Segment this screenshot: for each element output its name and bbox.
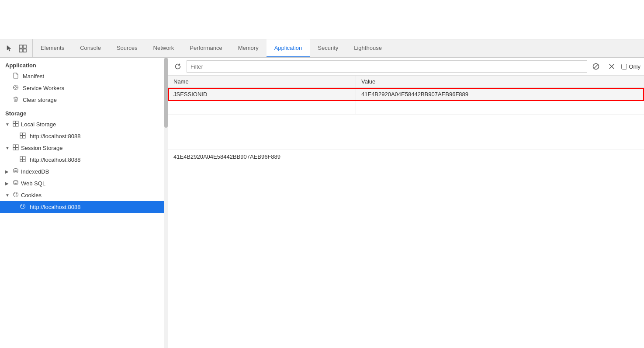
selected-value-display: 41E4B2920A04E58442BB907AEB96F889: [168, 150, 644, 164]
table-header-value: Value: [356, 76, 644, 87]
web-sql-label: Web SQL: [21, 180, 45, 187]
sidebar-item-cookies-localhost[interactable]: http://localhost:8088: [0, 201, 168, 213]
web-sql-arrow: [5, 181, 10, 186]
tab-bar: Elements Console Sources Network Perform…: [0, 39, 644, 58]
svg-point-32: [16, 195, 17, 195]
svg-point-5: [15, 87, 17, 88]
top-area: [0, 0, 644, 39]
svg-line-39: [594, 64, 598, 69]
tab-network[interactable]: Network: [145, 39, 182, 57]
session-storage-arrow: [5, 146, 10, 150]
svg-point-34: [21, 205, 22, 206]
sidebar-item-service-workers[interactable]: Service Workers: [0, 82, 168, 94]
sidebar-section-storage: Storage: [0, 106, 168, 118]
svg-rect-0: [19, 45, 22, 48]
devtools-icons: [0, 39, 33, 57]
only-filter-checkbox[interactable]: [621, 64, 627, 70]
table-header: Name Value: [168, 76, 644, 88]
only-filter-label[interactable]: Only: [621, 63, 641, 70]
refresh-button[interactable]: [172, 60, 184, 73]
svg-rect-14: [20, 133, 23, 136]
content-panel: Only Name Value JSESSIONID 41E4B2920A04E…: [168, 58, 644, 348]
filter-actions: Only: [590, 60, 641, 73]
main-content: Application Manifest: [0, 58, 644, 348]
sidebar-item-manifest-label: Manifest: [23, 73, 44, 80]
svg-rect-11: [16, 121, 19, 124]
session-storage-icon: [12, 144, 19, 152]
filter-input[interactable]: [187, 60, 587, 73]
svg-rect-2: [19, 49, 22, 52]
web-sql-icon: [12, 180, 19, 187]
tab-performance[interactable]: Performance: [182, 39, 230, 57]
svg-point-31: [15, 195, 16, 196]
svg-rect-24: [20, 160, 23, 162]
svg-rect-17: [23, 136, 26, 139]
cookies-icon: [12, 191, 19, 199]
sidebar-item-web-sql[interactable]: Web SQL: [0, 177, 168, 189]
sidebar-scrollbar-track[interactable]: [164, 58, 168, 348]
svg-point-33: [21, 204, 25, 209]
cookies-localhost-label: http://localhost:8088: [30, 204, 80, 210]
svg-point-28: [14, 192, 18, 197]
filter-clear-button[interactable]: [606, 60, 618, 73]
session-storage-label: Session Storage: [21, 145, 62, 151]
local-storage-localhost-icon: [19, 132, 26, 140]
svg-rect-12: [13, 124, 16, 127]
filter-bar: Only: [168, 58, 644, 76]
sidebar-item-session-storage-localhost[interactable]: http://localhost:8088: [0, 154, 168, 166]
table-header-name: Name: [168, 76, 356, 87]
tab-sources[interactable]: Sources: [109, 39, 145, 57]
cookies-arrow: [5, 193, 10, 198]
only-filter-text: Only: [629, 63, 641, 70]
sidebar-item-clear-storage[interactable]: Clear storage: [0, 94, 168, 106]
svg-point-27: [14, 181, 18, 182]
sidebar: Application Manifest: [0, 58, 168, 348]
tab-console[interactable]: Console: [72, 39, 109, 57]
svg-rect-16: [20, 136, 23, 139]
tab-memory[interactable]: Memory: [230, 39, 267, 57]
clear-storage-icon: [12, 96, 19, 104]
sidebar-item-manifest[interactable]: Manifest: [0, 70, 168, 82]
sidebar-item-indexeddb[interactable]: IndexedDB: [0, 166, 168, 177]
indexeddb-icon: [12, 168, 19, 175]
svg-point-29: [14, 193, 15, 194]
indexeddb-label: IndexedDB: [21, 168, 49, 175]
svg-rect-23: [23, 157, 26, 159]
svg-point-37: [23, 206, 24, 207]
sidebar-item-cookies[interactable]: Cookies: [0, 189, 168, 201]
inspect-icon[interactable]: [18, 44, 27, 53]
svg-rect-19: [16, 145, 19, 147]
svg-point-30: [16, 193, 17, 194]
tab-elements[interactable]: Elements: [33, 39, 72, 57]
svg-rect-10: [13, 121, 16, 124]
svg-point-36: [22, 207, 23, 208]
svg-rect-13: [16, 124, 19, 127]
session-storage-localhost-icon: [19, 156, 26, 164]
svg-point-35: [23, 205, 24, 206]
local-storage-arrow: [5, 122, 10, 127]
table-empty-space: [168, 115, 644, 150]
svg-rect-22: [20, 157, 23, 159]
table-cell-name-jsessionid: JSESSIONID: [168, 88, 356, 101]
session-storage-localhost-label: http://localhost:8088: [30, 157, 80, 163]
cursor-icon[interactable]: [5, 44, 14, 53]
tab-security[interactable]: Security: [310, 39, 346, 57]
cookies-localhost-icon: [19, 203, 26, 211]
filter-block-button[interactable]: [590, 60, 602, 73]
sidebar-item-clear-storage-label: Clear storage: [23, 97, 57, 103]
svg-rect-18: [13, 145, 16, 147]
svg-rect-21: [16, 148, 19, 150]
tab-lighthouse[interactable]: Lighthouse: [346, 39, 390, 57]
sidebar-item-local-storage[interactable]: Local Storage: [0, 118, 168, 130]
table-cell-value-empty: [356, 101, 644, 114]
table-row-jsessionid[interactable]: JSESSIONID 41E4B2920A04E58442BB907AEB96F…: [168, 88, 644, 101]
local-storage-label: Local Storage: [21, 121, 56, 128]
sidebar-item-session-storage[interactable]: Session Storage: [0, 142, 168, 154]
tab-application[interactable]: Application: [267, 39, 310, 57]
sidebar-section-application: Application: [0, 58, 168, 70]
sidebar-scrollbar-thumb[interactable]: [164, 58, 168, 128]
table-row-empty[interactable]: [168, 101, 644, 115]
indexeddb-arrow: [5, 169, 10, 174]
sidebar-item-local-storage-localhost[interactable]: http://localhost:8088: [0, 130, 168, 142]
table-cell-name-empty: [168, 101, 356, 114]
